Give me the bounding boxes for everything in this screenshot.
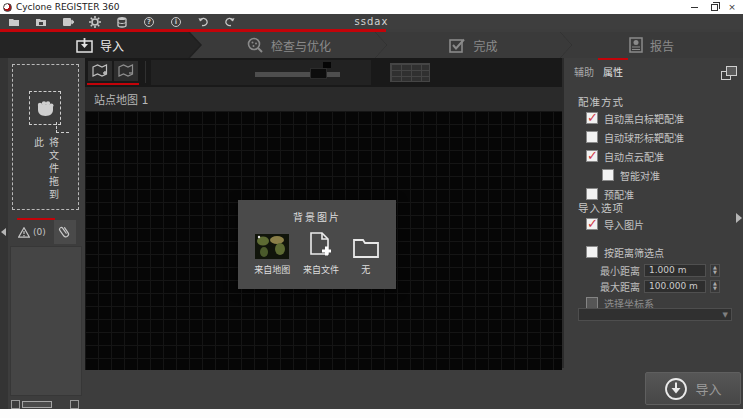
step-finalize[interactable]: 完成 bbox=[375, 32, 572, 58]
zoom-slider-handle[interactable] bbox=[310, 68, 327, 79]
app-window: Cyclone REGISTER 360 × ? i ssdax bbox=[0, 0, 743, 409]
checkbox-row-cloud[interactable]: 自动点云配准 bbox=[586, 148, 664, 164]
option-from-file[interactable]: 来自文件 bbox=[303, 232, 339, 276]
project-name: ssdax bbox=[0, 14, 743, 29]
review-optimize-icon bbox=[246, 37, 264, 54]
finalize-check-icon bbox=[449, 38, 466, 53]
checkbox[interactable] bbox=[586, 218, 598, 230]
import-archive-icon[interactable] bbox=[62, 16, 74, 28]
storage-icon[interactable] bbox=[116, 16, 128, 28]
close-button[interactable]: × bbox=[723, 0, 741, 14]
sitemap-toolbar bbox=[85, 58, 562, 87]
sitemap-title-bar: 站点地图 1 bbox=[85, 87, 562, 111]
background-image-dialog: 背景图片 来自地图 来自文件 无 bbox=[238, 200, 396, 289]
option-from-map[interactable]: 来自地图 bbox=[254, 234, 290, 276]
add-sitemap-button[interactable] bbox=[88, 61, 112, 81]
scroll-thumb[interactable] bbox=[22, 401, 52, 408]
sidebar-hscrollbar[interactable] bbox=[11, 400, 79, 409]
save-project-icon[interactable] bbox=[35, 16, 47, 28]
checkbox-row-sphere-target[interactable]: 自动球形标靶配准 bbox=[586, 129, 684, 145]
tab-issues[interactable]: (0) bbox=[8, 227, 46, 238]
checkbox-row-bw-target[interactable]: 自动黑白标靶配准 bbox=[586, 110, 684, 126]
info-icon[interactable]: i bbox=[170, 16, 182, 28]
checkbox[interactable] bbox=[586, 246, 598, 258]
step-review-optimize[interactable]: 检查与优化 bbox=[190, 32, 387, 58]
chevron-down-icon: ▼ bbox=[723, 311, 728, 319]
grid-toggle-icon[interactable] bbox=[390, 63, 430, 82]
max-distance-stepper[interactable]: ▲▼ bbox=[710, 280, 720, 293]
minimize-button[interactable] bbox=[685, 0, 703, 14]
checkbox[interactable] bbox=[586, 112, 598, 124]
checkbox[interactable] bbox=[586, 188, 598, 200]
option-label: 来自文件 bbox=[303, 263, 339, 276]
file-plus-icon bbox=[309, 232, 333, 259]
checkbox-row-distance-filter[interactable]: 按距离筛选点 bbox=[586, 244, 664, 260]
map-minus-icon bbox=[118, 64, 134, 78]
min-distance-stepper[interactable]: ▲▼ bbox=[710, 264, 720, 277]
warning-icon bbox=[18, 227, 30, 238]
option-label: 无 bbox=[361, 263, 370, 276]
app-logo-icon bbox=[3, 3, 12, 12]
step-label: 完成 bbox=[473, 37, 497, 54]
redo-icon[interactable] bbox=[224, 16, 236, 28]
sitemap-canvas[interactable]: 背景图片 来自地图 来自文件 无 bbox=[85, 111, 562, 370]
desktop-strip bbox=[0, 409, 743, 418]
issues-count: (0) bbox=[33, 227, 46, 237]
float-panel-icon[interactable] bbox=[721, 66, 737, 80]
dropzone-label: 将文件拖到此 bbox=[31, 137, 61, 209]
min-distance-input[interactable]: 1.000 m bbox=[644, 264, 706, 277]
sidebar-tabs: (0) bbox=[8, 220, 85, 244]
settings-gear-icon[interactable] bbox=[89, 16, 101, 28]
import-button[interactable]: 导入 bbox=[645, 372, 741, 405]
expand-right-panel-icon[interactable] bbox=[736, 213, 742, 223]
checkbox-row-smart-align[interactable]: 智能对准 bbox=[602, 167, 660, 183]
restore-button[interactable] bbox=[705, 0, 723, 14]
zoom-slider-tick bbox=[323, 62, 331, 68]
collapse-left-icon[interactable] bbox=[1, 228, 6, 236]
map-plus-icon bbox=[92, 64, 108, 78]
step-label: 报告 bbox=[650, 37, 674, 54]
step-label: 检查与优化 bbox=[271, 37, 331, 54]
max-distance-input[interactable]: 100.000 m bbox=[644, 280, 706, 293]
checkbox-row-import-images[interactable]: 导入图片 bbox=[586, 216, 644, 232]
step-import[interactable]: 导入 bbox=[0, 32, 200, 58]
checkbox-label: 自动黑白标靶配准 bbox=[604, 111, 684, 126]
title-bar: Cyclone REGISTER 360 × bbox=[0, 0, 743, 14]
panel-tab-accent bbox=[598, 58, 628, 60]
import-circle-icon bbox=[664, 377, 688, 401]
remove-sitemap-button[interactable] bbox=[114, 61, 138, 81]
max-distance-label: 最大距离 bbox=[600, 279, 640, 294]
file-dropzone[interactable]: 将文件拖到此 bbox=[12, 64, 79, 210]
tab-properties[interactable]: 属性 bbox=[603, 64, 623, 79]
checkbox[interactable] bbox=[602, 169, 614, 181]
import-button-label: 导入 bbox=[695, 379, 721, 398]
step-label: 导入 bbox=[100, 37, 124, 54]
undo-icon[interactable] bbox=[197, 16, 209, 28]
checkbox-label: 自动点云配准 bbox=[604, 149, 664, 164]
open-project-icon[interactable] bbox=[8, 16, 20, 28]
sitemap-title: 站点地图 1 bbox=[94, 91, 149, 107]
app-title: Cyclone REGISTER 360 bbox=[16, 2, 119, 12]
report-icon bbox=[629, 37, 643, 53]
toolbar-divider bbox=[145, 61, 146, 83]
option-none[interactable]: 无 bbox=[352, 236, 380, 276]
scroll-left-button[interactable] bbox=[11, 400, 20, 409]
max-distance-row: 最大距离 100.000 m ▲▼ bbox=[600, 279, 720, 293]
import-tray-icon bbox=[76, 38, 93, 53]
scroll-right-button[interactable] bbox=[70, 400, 79, 409]
tab-assist[interactable]: 辅助 bbox=[574, 64, 594, 79]
panel-tabs: 辅助 属性 bbox=[564, 64, 743, 80]
step-report[interactable]: 报告 bbox=[560, 32, 743, 58]
coord-system-dropdown[interactable]: ▼ bbox=[578, 308, 732, 321]
left-collapse-rail bbox=[0, 58, 8, 409]
tab-attachments[interactable] bbox=[54, 220, 76, 244]
dialog-title: 背景图片 bbox=[238, 200, 396, 224]
checkbox[interactable] bbox=[586, 131, 598, 143]
restore-icon bbox=[711, 4, 718, 11]
import-options-section-title: 导入选项 bbox=[578, 200, 624, 215]
zoom-slider-track[interactable] bbox=[255, 72, 340, 77]
attachments-list[interactable] bbox=[10, 246, 82, 396]
checkbox[interactable] bbox=[586, 150, 598, 162]
import-sidebar: 将文件拖到此 (0) bbox=[8, 58, 85, 408]
help-icon[interactable]: ? bbox=[143, 16, 155, 28]
